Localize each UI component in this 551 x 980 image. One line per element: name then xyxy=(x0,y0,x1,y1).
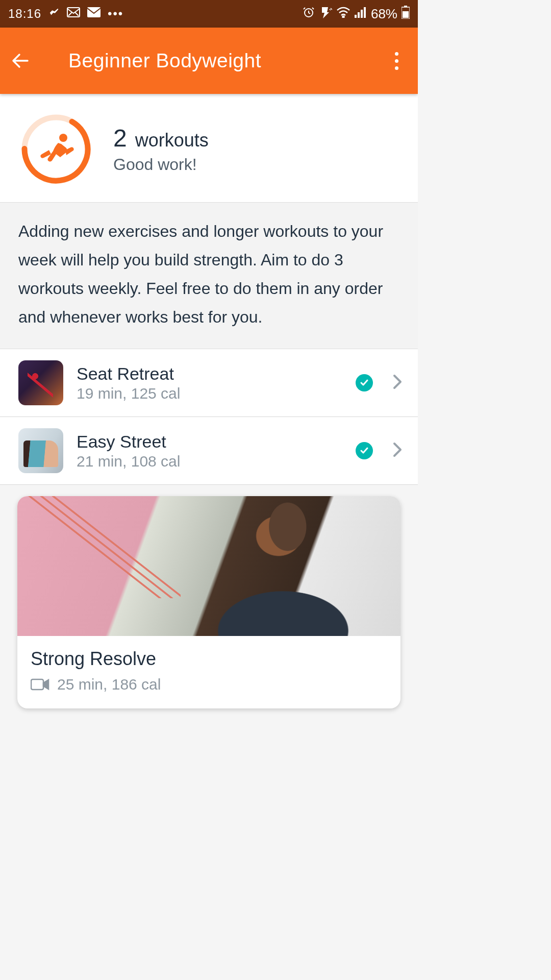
battery-icon xyxy=(402,6,410,22)
signal-icon xyxy=(355,7,367,21)
progress-ring xyxy=(19,112,93,186)
app-bar: Beginner Bodyweight xyxy=(0,28,418,94)
workout-name: Seat Retreat xyxy=(77,364,342,384)
svg-rect-5 xyxy=(358,12,360,18)
more-vertical-icon xyxy=(395,52,398,56)
featured-meta: 25 min, 186 cal xyxy=(57,676,161,693)
featured-image xyxy=(17,496,400,636)
workout-thumbnail xyxy=(18,360,63,405)
workout-meta: 21 min, 108 cal xyxy=(77,453,342,470)
chevron-right-icon xyxy=(392,442,403,460)
wifi-icon xyxy=(336,7,350,21)
completed-badge xyxy=(356,374,373,391)
runner-icon xyxy=(40,134,73,162)
featured-title: Strong Resolve xyxy=(31,648,387,670)
arrow-left-icon xyxy=(11,51,32,71)
check-icon xyxy=(360,378,369,387)
workout-item[interactable]: Seat Retreat 19 min, 125 cal xyxy=(0,349,418,417)
svg-rect-4 xyxy=(355,15,357,18)
svg-rect-10 xyxy=(403,11,409,18)
alarm-icon xyxy=(303,6,315,21)
progress-summary: 2 workouts Good work! xyxy=(0,94,418,202)
svg-rect-7 xyxy=(364,7,366,18)
workout-item[interactable]: Easy Street 21 min, 108 cal xyxy=(0,417,418,485)
page-title: Beginner Bodyweight xyxy=(68,50,261,72)
status-bar: 18:16 ••• 68% xyxy=(0,0,418,28)
bird-icon xyxy=(48,7,60,21)
svg-rect-1 xyxy=(87,7,101,17)
svg-rect-14 xyxy=(31,679,43,690)
completed-badge xyxy=(356,442,373,459)
chevron-right-icon xyxy=(392,374,403,392)
check-icon xyxy=(360,446,369,455)
vibrate-icon xyxy=(319,6,332,21)
status-right: 68% xyxy=(303,6,410,22)
video-icon xyxy=(31,678,50,691)
workout-thumbnail xyxy=(18,428,63,473)
mail-icon xyxy=(87,7,101,20)
workout-name: Easy Street xyxy=(77,432,342,452)
workout-count: 2 xyxy=(113,124,127,152)
svg-rect-6 xyxy=(361,10,363,18)
workout-count-label: workouts xyxy=(135,130,209,151)
week-description: Adding new exercises and longer workouts… xyxy=(0,202,418,349)
status-left: 18:16 ••• xyxy=(8,7,123,21)
featured-workout-card[interactable]: Strong Resolve 25 min, 186 cal xyxy=(17,496,400,708)
more-menu-button[interactable] xyxy=(385,50,408,72)
battery-text: 68% xyxy=(371,6,397,22)
summary-message: Good work! xyxy=(113,155,209,174)
workout-meta: 19 min, 125 cal xyxy=(77,385,342,402)
status-time: 18:16 xyxy=(8,7,41,21)
svg-point-13 xyxy=(59,134,67,142)
mail-notification-icon xyxy=(67,7,80,20)
svg-point-3 xyxy=(342,16,344,18)
more-notifications-icon: ••• xyxy=(108,7,123,21)
back-button[interactable] xyxy=(10,50,33,72)
